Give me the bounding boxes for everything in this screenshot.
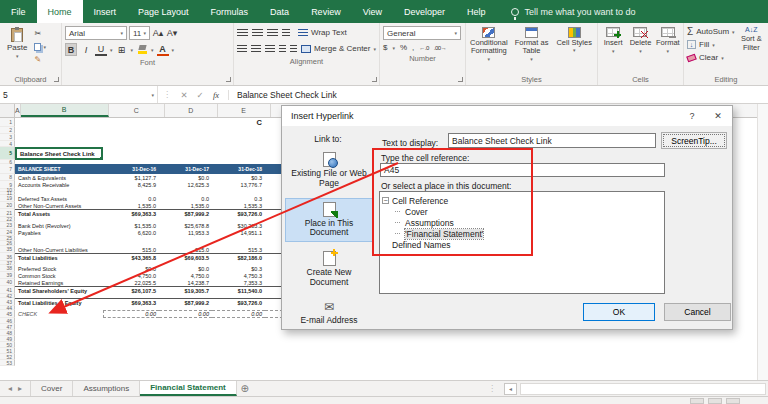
tree-item[interactable]: − Cell Reference <box>382 195 662 206</box>
cell-c[interactable]: $0.0 <box>159 265 212 272</box>
cell-c[interactable]: $87,999.2 <box>159 298 212 306</box>
formula-content[interactable]: Balance Sheet Check Link <box>228 90 337 100</box>
decrease-font-size-button[interactable]: A▾ <box>166 27 178 40</box>
ok-button[interactable]: OK <box>583 303 655 321</box>
cut-button[interactable]: ✂ <box>34 28 46 39</box>
font-size-select[interactable]: 11▾ <box>129 26 150 40</box>
scrollbar-grip-icon[interactable]: ⋮ <box>483 384 501 393</box>
ribbon-tab[interactable]: Formulas <box>200 0 260 23</box>
enter-entry-button[interactable]: ✓ <box>192 90 208 100</box>
tree-item[interactable]: Defined Names <box>382 239 662 250</box>
font-dialog-launcher[interactable] <box>226 77 231 82</box>
cell-d[interactable]: $11,540.0 <box>212 286 265 294</box>
link-to-option[interactable]: Place in This Document <box>285 198 373 243</box>
cell-d[interactable]: 13,776.7 <box>212 181 265 189</box>
cell-d[interactable] <box>212 360 265 366</box>
link-to-option[interactable]: Create New Document <box>285 247 373 292</box>
cell-d[interactable]: 31-Dec-18 <box>212 164 265 174</box>
row-header[interactable]: 1 <box>0 118 15 127</box>
clear-button[interactable]: Clear▾ <box>687 52 735 63</box>
cell-c[interactable]: 31-Dec-17 <box>159 164 212 174</box>
text-to-display-input[interactable]: Balance Sheet Check Link <box>448 133 656 148</box>
new-sheet-button[interactable]: ⊕ <box>237 381 253 396</box>
cell-b[interactable]: 31-Dec-16 <box>103 164 159 174</box>
styles-button[interactable]: Conditional Formatting ▾ <box>469 26 509 62</box>
cell-c[interactable] <box>159 127 212 134</box>
cell-b[interactable]: $26,107.5 <box>103 286 159 294</box>
font-color-button[interactable]: A <box>157 43 169 56</box>
cell-b[interactable]: 0.0 <box>103 195 159 202</box>
sheet-tab[interactable]: Cover <box>31 381 73 396</box>
column-header[interactable]: C <box>109 104 165 117</box>
tree-item[interactable]: 'Financial Statement' <box>382 228 662 239</box>
cell-a[interactable]: Total Liabilities & Equity <box>15 298 103 306</box>
row-header[interactable]: 35 <box>0 246 15 253</box>
cell-d[interactable] <box>212 134 265 141</box>
cell-c[interactable]: 4,750.0 <box>159 272 212 279</box>
cell-c[interactable]: $69,603.5 <box>159 253 212 261</box>
borders-button[interactable]: ⊞ <box>116 43 128 56</box>
cell-b[interactable]: 1,535.0 <box>103 202 159 209</box>
number-format-select[interactable]: General▾ <box>383 26 461 40</box>
underline-button[interactable]: U <box>95 43 107 56</box>
column-header[interactable]: B <box>21 104 109 117</box>
cell-e[interactable] <box>265 360 318 366</box>
cell-a[interactable] <box>15 127 103 134</box>
cell-d[interactable]: 515.3 <box>212 246 265 253</box>
cell-a[interactable]: Cash & Equivalents <box>15 174 103 181</box>
font-name-select[interactable]: Arial▾ <box>65 26 127 40</box>
cell-b[interactable] <box>103 360 159 366</box>
next-sheet-button[interactable]: ▸ <box>18 384 22 393</box>
cell-a[interactable]: Common Stock <box>15 272 103 279</box>
cell-a[interactable] <box>15 118 103 127</box>
accounting-format-button[interactable]: $ <box>383 43 387 52</box>
cell-d[interactable]: 0.3 <box>212 195 265 202</box>
cell-b[interactable] <box>103 118 159 127</box>
align-left-icon[interactable] <box>237 45 247 53</box>
cell-b[interactable]: $69,363.3 <box>103 298 159 306</box>
cell-c[interactable]: 12,625.3 <box>159 181 212 189</box>
tell-me-search[interactable]: Tell me what you want to do <box>511 0 636 23</box>
ribbon-tab[interactable]: Help <box>456 0 497 23</box>
increase-decimal-icon[interactable]: ←.0 <box>419 45 429 51</box>
ribbon-tab[interactable]: Home <box>37 0 83 23</box>
bold-button[interactable]: B <box>65 43 77 56</box>
middle-align-icon[interactable] <box>252 29 263 37</box>
cell-c[interactable]: $19,305.7 <box>159 286 212 294</box>
ribbon-tab[interactable]: File <box>0 0 37 23</box>
italic-button[interactable]: I <box>80 43 92 56</box>
ribbon-tab[interactable]: Data <box>259 0 300 23</box>
autosum-button[interactable]: Σ AutoSum▾ <box>687 26 735 37</box>
cell-b[interactable]: 0.00 <box>103 310 159 318</box>
cell-b[interactable] <box>103 127 159 134</box>
decrease-decimal-icon[interactable]: .00→ <box>434 45 446 51</box>
cell-c[interactable]: $87,999.2 <box>159 209 212 217</box>
tree-item[interactable]: Cover <box>382 206 662 217</box>
prev-sheet-button[interactable]: ◂ <box>8 384 12 393</box>
cell-reference-input[interactable]: A45 <box>380 163 665 177</box>
cell-d[interactable]: C <box>212 118 265 127</box>
cell-c[interactable]: 0.0 <box>159 195 212 202</box>
cell-c[interactable]: 1,535.0 <box>159 202 212 209</box>
link-to-option[interactable]: Existing File or Web Page <box>285 148 373 193</box>
cell-c[interactable]: 14,238.7 <box>159 279 212 286</box>
cell-c[interactable] <box>159 360 212 366</box>
ribbon-tab[interactable]: Insert <box>83 0 128 23</box>
hscroll-left-button[interactable]: ◂ <box>504 383 517 395</box>
cell-b[interactable]: $1,127.7 <box>103 174 159 181</box>
cell-c[interactable] <box>159 147 212 160</box>
cell-d[interactable]: $93,726.0 <box>212 209 265 217</box>
cell-b[interactable]: 4,750.0 <box>103 272 159 279</box>
copy-button[interactable]: ▾ <box>34 41 46 52</box>
sheet-tab[interactable]: Assumptions <box>73 381 140 396</box>
cell-d[interactable]: $30,203.3 <box>212 222 265 229</box>
decrease-indent-icon[interactable] <box>279 45 286 53</box>
cell-d[interactable]: $93,726.0 <box>212 298 265 306</box>
align-center-icon[interactable] <box>251 45 261 53</box>
cell-b[interactable]: 515.0 <box>103 246 159 253</box>
cancel-button[interactable]: Cancel <box>664 303 731 321</box>
ribbon-tab[interactable]: Developer <box>393 0 456 23</box>
styles-button[interactable]: Format as Table ▾ <box>512 26 552 62</box>
cell-d[interactable] <box>212 127 265 134</box>
cell-a[interactable]: Balance Sheet Check Link <box>15 147 103 160</box>
